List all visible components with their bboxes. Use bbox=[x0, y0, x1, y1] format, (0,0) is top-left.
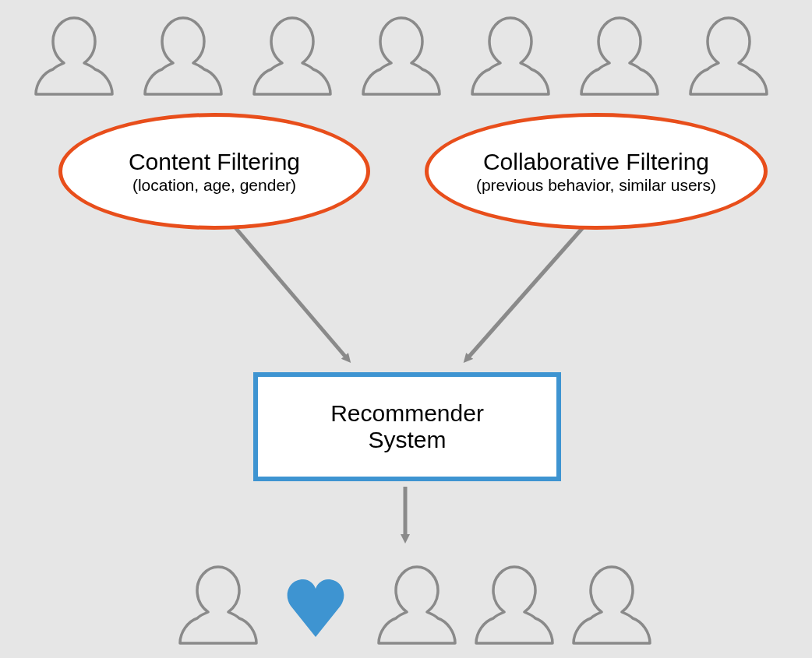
user-silhouette-icon bbox=[254, 18, 330, 94]
diagram-stage: Content Filtering (location, age, gender… bbox=[0, 0, 812, 658]
user-silhouette-icon bbox=[581, 18, 658, 94]
node-collaborative-filtering: Collaborative Filtering (previous behavi… bbox=[425, 113, 768, 230]
top-users-row bbox=[31, 8, 787, 101]
node-content-filtering: Content Filtering (location, age, gender… bbox=[58, 113, 370, 230]
user-silhouette-icon bbox=[36, 18, 112, 94]
node-label-line: Recommender bbox=[330, 400, 484, 426]
node-label: Recommender System bbox=[330, 400, 484, 454]
node-subtitle: (location, age, gender) bbox=[132, 176, 296, 194]
node-title: Collaborative Filtering bbox=[483, 149, 709, 174]
arrow-content-to-recommender bbox=[234, 226, 347, 358]
arrow-collab-to-recommender bbox=[468, 226, 584, 358]
node-subtitle: (previous behavior, similar users) bbox=[476, 176, 716, 194]
user-silhouette-icon bbox=[574, 567, 650, 643]
node-label-line: System bbox=[368, 427, 446, 452]
heart-icon bbox=[288, 579, 344, 637]
node-recommender-system: Recommender System bbox=[253, 372, 561, 481]
user-silhouette-icon bbox=[180, 567, 256, 643]
user-silhouette-icon bbox=[476, 567, 553, 643]
user-silhouette-icon bbox=[472, 18, 549, 94]
node-title: Content Filtering bbox=[129, 149, 300, 174]
user-silhouette-icon bbox=[379, 567, 455, 643]
user-silhouette-icon bbox=[690, 18, 767, 94]
user-silhouette-icon bbox=[363, 18, 440, 94]
user-silhouette-icon bbox=[145, 18, 221, 94]
bottom-match-row bbox=[175, 557, 658, 658]
